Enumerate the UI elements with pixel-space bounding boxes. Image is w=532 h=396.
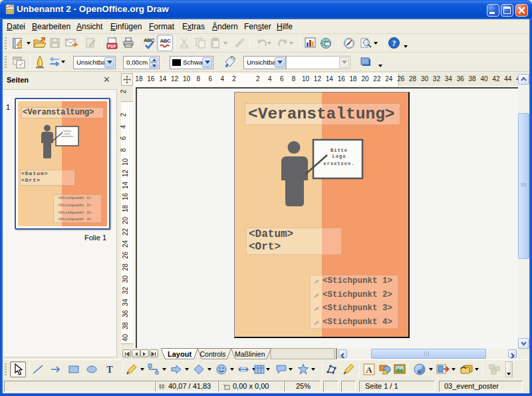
svg-text:Bitte: Bitte (331, 148, 348, 153)
svg-text:Layout: Layout (168, 350, 192, 358)
svg-text:ersetzen.: ersetzen. (324, 161, 355, 166)
svg-text:Logo: Logo (332, 154, 346, 159)
svg-text:Maßlinien: Maßlinien (235, 350, 265, 358)
svg-text:PDF: PDF (108, 44, 116, 49)
svg-text:?: ? (392, 39, 396, 48)
svg-text:A: A (366, 365, 372, 375)
svg-text:ABC: ABC (160, 38, 172, 44)
svg-text:T: T (106, 365, 113, 375)
svg-text:Controls: Controls (200, 350, 226, 358)
